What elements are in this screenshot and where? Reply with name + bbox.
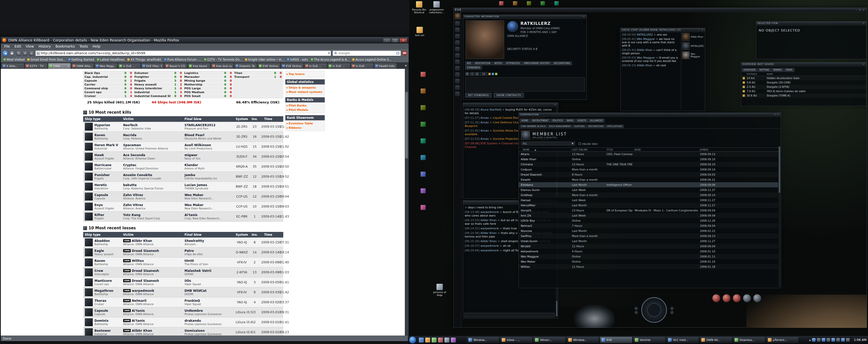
eve-tab[interactable]: DESCRIPTION (473, 61, 492, 65)
victim-link[interactable]: Dread Slaanesh (132, 249, 159, 253)
bookmark-item[interactable]: Most Visited (2, 58, 26, 61)
ship-class-stat-row[interactable]: Industrial13 (133, 90, 183, 94)
final-blow-link[interactable]: Blood Pearl (185, 133, 232, 137)
system-link[interactable]: 2E-ZR5 (234, 122, 249, 132)
file-icon[interactable] (540, 1, 545, 6)
browser-tab[interactable]: free dvd co...× (211, 63, 234, 69)
chat-author-link[interactable]: warpedmonk (480, 244, 499, 248)
neocom-icon[interactable] (455, 72, 460, 77)
ship-class-stat-row[interactable]: Command ship00 (84, 87, 133, 90)
victim-link[interactable]: bakutta (123, 183, 181, 187)
window-header[interactable]: CORPORATION – □ × (519, 113, 781, 117)
tray-icon[interactable] (812, 338, 815, 342)
desktop-icon[interactable]: test uni (411, 27, 428, 37)
loss-table-row[interactable]: BestowerIndustrial OWNAlibbr KhanAllianc… (83, 327, 283, 336)
quick-launch-icon[interactable] (425, 337, 430, 343)
victim-link[interactable]: Alibbr Khan (132, 239, 152, 243)
final-blow-link[interactable]: Wes Maker (185, 193, 232, 197)
chat-member[interactable]: RATKILLERZ (682, 42, 704, 50)
back-button[interactable]: ◀ (2, 50, 8, 56)
reload-button[interactable]: ↻ (16, 51, 21, 56)
ship-class-stat-row[interactable]: POS Large00 (183, 87, 233, 90)
victim-link[interactable]: Zahn Vitrez (123, 193, 181, 197)
member-list-row[interactable]: Horseth 13 Hours DR of European Operatio… (519, 208, 778, 213)
taskbar-button[interactable]: µTorrent... (766, 337, 799, 343)
module-icon[interactable] (722, 294, 731, 302)
tray-icon[interactable] (827, 338, 830, 342)
browser-tab[interactable]: Bayer's CO...× (164, 63, 187, 69)
ship-class-stat-row[interactable]: Cruiser14 (84, 94, 133, 98)
ship-class-stat-row[interactable]: POS Medium00 (183, 90, 233, 94)
victim-link[interactable]: Anselm Cenokite (123, 173, 181, 177)
system-link[interactable]: 2E-ZR5 (234, 132, 249, 142)
file-icon[interactable] (421, 88, 426, 94)
window-header[interactable]: × (463, 103, 558, 107)
kill-table-row[interactable]: HawkAssault frigate Ace SecundaAlliance:… (83, 152, 283, 162)
file-icon[interactable] (421, 138, 426, 144)
victim-link[interactable]: warpedmonk (132, 289, 154, 292)
quick-launch-icon[interactable] (451, 337, 456, 343)
final-blow-link[interactable]: Patro (185, 249, 232, 253)
neocom-icon[interactable] (455, 66, 460, 70)
show-contracts-button[interactable]: SHOW CONTRACTS (494, 93, 524, 97)
member-list-row[interactable]: Hamad Last Week 2008.11.27 (519, 197, 778, 203)
scrollbar-thumb[interactable] (405, 92, 408, 158)
column-title[interactable]: TITLE (604, 148, 632, 151)
eve-tab[interactable]: EWAR (784, 68, 794, 72)
final-blow-link[interactable]: migwar (185, 153, 232, 157)
quick-launch-icon[interactable] (438, 337, 443, 343)
member-list-row[interactable]: Dread Slaanesh 8 Hours 2008.09.03 (519, 172, 778, 177)
member-list-row[interactable]: Gridfeep More than a month 2008.09.14 (519, 192, 778, 197)
tray-icon[interactable] (822, 338, 825, 342)
member-list-scrollbar[interactable] (778, 146, 780, 286)
chat-author-link[interactable]: Alibbr Khan (637, 64, 653, 67)
search-bar[interactable]: G (333, 51, 401, 56)
tray-icon[interactable] (817, 338, 820, 342)
final-blow-link[interactable]: STARLANCER2012 (185, 123, 232, 127)
eve-tab[interactable]: ASSETS (576, 119, 588, 123)
column-distance[interactable]: DISTANCE (747, 72, 767, 76)
eve-tab[interactable]: EMPLOYMENT HISTORY (522, 61, 552, 65)
final-blow-link[interactable]: Malashek Vatrii (185, 269, 232, 273)
menu-item[interactable]: Edit (12, 43, 24, 50)
chat-author-link[interactable]: Arnao (480, 137, 489, 140)
chat-author-link[interactable]: warpedmonk (480, 210, 499, 214)
eve-tab[interactable]: ROLE MANAGEMENT (548, 125, 572, 128)
url-input[interactable] (41, 51, 327, 55)
final-blow-link[interactable]: Lucian James (185, 183, 232, 187)
minimize-button[interactable]: – (580, 15, 582, 18)
hud-option-button[interactable] (671, 311, 674, 314)
bookmark-item[interactable]: Gmail Email from Goo... (26, 58, 66, 61)
loss-table-row[interactable]: EagleHeavy assault OWNDread SlaaneshAlli… (83, 248, 283, 257)
adblock-icon[interactable]: ABP (402, 51, 407, 56)
neocom-icon[interactable] (455, 28, 460, 32)
bookmark-item[interactable]: tvRSS - eztv (286, 58, 309, 61)
member-list-row[interactable]: Estobanz Last Month Intelligence Officer… (519, 182, 778, 187)
browser-tab[interactable]: In EvE ...× (304, 63, 327, 69)
ship-class-stat-row[interactable]: Mining barge00 (183, 79, 233, 83)
close-button[interactable]: × (862, 9, 865, 11)
taskbar-button[interactable]: Ventrilo (633, 337, 665, 343)
final-blow-link[interactable]: Jambo (185, 173, 232, 177)
taskbar-button[interactable]: EVE (600, 337, 632, 343)
overview-row[interactable]: 7.9 AUYAO-XJ devis chateau de sable (741, 89, 866, 93)
chat-member[interactable]: Wes Maggyar (682, 52, 704, 59)
module-icon[interactable] (712, 294, 720, 302)
chat-author-link[interactable]: Arnao (480, 129, 489, 132)
neocom-icon[interactable] (455, 47, 460, 51)
member-list-row[interactable]: Etamsu Gunin Last Week 2008.11.27 (519, 187, 778, 192)
member-list-row[interactable]: Wes Maker Online 2008.01.10 (519, 259, 778, 264)
module-icon[interactable] (733, 294, 741, 302)
window-header[interactable]: LOCAL CHAT (ALIBBR KHAN, RATKILLERZ) [3]… (621, 28, 705, 32)
maximize-button[interactable]: □ (391, 38, 399, 42)
ship-class-stat-row[interactable]: Industrial Command Ship00 (133, 94, 183, 98)
neocom-icon[interactable] (455, 85, 460, 90)
browser-tab[interactable]: EVE Files: Y...× (141, 63, 164, 69)
sidebar-link[interactable]: Pilot Medals (286, 108, 324, 112)
chat-author-link[interactable]: Alibbr Khan (480, 231, 497, 235)
taskbar-button[interactable]: Inbox - ... (500, 337, 532, 343)
final-blow-link[interactable]: iiOs (185, 279, 232, 283)
eve-tab[interactable]: POLITICS (551, 119, 564, 123)
member-list-row[interactable]: Codjuun More than a month 2008.09.14 (519, 167, 778, 172)
quick-launch-icon[interactable] (431, 337, 437, 343)
